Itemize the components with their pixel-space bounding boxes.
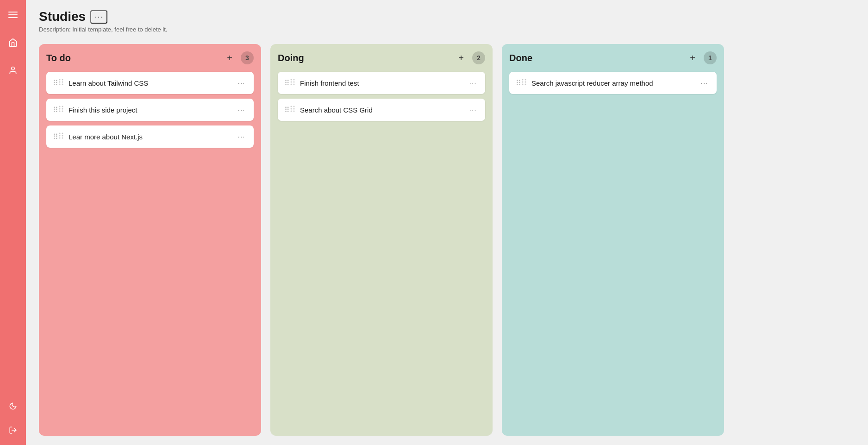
svg-point-5 (62, 81, 63, 83)
column-header-todo: To do+3 (46, 51, 254, 64)
column-title-done: Done (509, 53, 532, 63)
task-menu-button-t2[interactable]: ··· (236, 105, 247, 114)
home-icon[interactable] (6, 35, 20, 50)
count-badge-todo: 3 (241, 51, 254, 64)
svg-point-0 (12, 67, 15, 70)
page-menu-button[interactable]: ··· (90, 10, 107, 24)
count-badge-done: 1 (704, 51, 717, 64)
task-card-dn1: Search javascript reducer array method··… (509, 72, 717, 94)
page-header: Studies ··· (39, 9, 855, 24)
svg-point-25 (293, 84, 295, 85)
task-card-t3: Lear more about Next.js··· (46, 125, 254, 148)
task-card-d1: Finish frontend test··· (278, 72, 485, 94)
svg-point-32 (522, 79, 524, 81)
svg-point-9 (62, 106, 63, 107)
svg-point-26 (291, 106, 292, 107)
svg-point-7 (62, 84, 63, 85)
task-card-d2: Search about CSS Grid··· (278, 99, 485, 121)
svg-point-23 (293, 81, 295, 83)
svg-point-15 (62, 133, 63, 134)
task-text-dn1: Search javascript reducer array method (531, 79, 694, 87)
task-text-t3: Lear more about Next.js (69, 133, 231, 141)
column-header-right-todo: +3 (223, 51, 254, 64)
drag-handle-t3[interactable] (53, 132, 64, 141)
menu-icon[interactable] (6, 7, 20, 22)
column-title-doing: Doing (278, 53, 304, 63)
task-text-d1: Finish frontend test (300, 79, 463, 87)
column-header-right-doing: +2 (455, 51, 485, 64)
sidebar-bottom (6, 399, 20, 438)
sidebar (0, 0, 26, 445)
task-menu-button-d1[interactable]: ··· (468, 78, 479, 88)
svg-point-10 (59, 108, 61, 110)
svg-point-20 (291, 79, 292, 81)
svg-point-8 (59, 106, 61, 107)
svg-point-16 (59, 135, 61, 137)
main-content: Studies ··· Description: Initial templat… (26, 0, 868, 445)
column-header-done: Done+1 (509, 51, 717, 64)
column-done: Done+1 Search javascript reducer array m… (502, 44, 724, 436)
drag-handle-dn1[interactable] (516, 78, 527, 88)
task-menu-button-t1[interactable]: ··· (236, 78, 247, 88)
column-title-todo: To do (46, 53, 71, 63)
task-menu-button-d2[interactable]: ··· (468, 105, 479, 114)
drag-handle-t1[interactable] (53, 78, 64, 88)
page-title: Studies (39, 9, 86, 24)
task-text-t2: Finish this side project (69, 106, 231, 114)
column-header-right-done: +1 (686, 51, 717, 64)
svg-point-27 (293, 106, 295, 107)
moon-icon[interactable] (6, 399, 20, 414)
task-menu-button-t3[interactable]: ··· (236, 132, 247, 141)
task-text-d2: Search about CSS Grid (300, 106, 463, 114)
svg-point-34 (522, 81, 524, 83)
svg-point-18 (59, 138, 61, 139)
task-card-t1: Learn about Tailwind CSS··· (46, 72, 254, 94)
svg-point-29 (293, 108, 295, 110)
logout-icon[interactable] (6, 423, 20, 438)
svg-point-14 (59, 133, 61, 134)
page-description: Description: Initial template, feel free… (39, 26, 855, 33)
column-todo: To do+3 Learn about Tailwind CSS··· Fini… (39, 44, 261, 436)
svg-point-31 (293, 111, 295, 112)
svg-point-13 (62, 111, 63, 112)
svg-point-28 (291, 108, 292, 110)
svg-point-30 (291, 111, 292, 112)
svg-point-17 (62, 135, 63, 137)
add-task-button-done[interactable]: + (686, 51, 699, 64)
svg-point-19 (62, 138, 63, 139)
svg-point-22 (291, 81, 292, 83)
svg-point-2 (59, 79, 61, 81)
drag-handle-d1[interactable] (284, 78, 295, 88)
svg-point-24 (291, 84, 292, 85)
svg-point-3 (62, 79, 63, 81)
board: To do+3 Learn about Tailwind CSS··· Fini… (39, 44, 855, 436)
svg-point-37 (525, 84, 526, 85)
svg-point-33 (525, 79, 526, 81)
add-task-button-todo[interactable]: + (223, 51, 236, 64)
count-badge-doing: 2 (472, 51, 485, 64)
svg-point-12 (59, 111, 61, 112)
task-text-t1: Learn about Tailwind CSS (69, 79, 231, 87)
add-task-button-doing[interactable]: + (455, 51, 468, 64)
column-header-doing: Doing+2 (278, 51, 485, 64)
user-icon[interactable] (6, 63, 20, 78)
svg-point-35 (525, 81, 526, 83)
column-doing: Doing+2 Finish frontend test··· Search a… (270, 44, 493, 436)
svg-point-21 (293, 79, 295, 81)
drag-handle-d2[interactable] (284, 105, 295, 114)
task-card-t2: Finish this side project··· (46, 99, 254, 121)
svg-point-36 (522, 84, 524, 85)
svg-point-11 (62, 108, 63, 110)
task-menu-button-dn1[interactable]: ··· (699, 78, 710, 88)
svg-point-6 (59, 84, 61, 85)
drag-handle-t2[interactable] (53, 105, 64, 114)
svg-point-4 (59, 81, 61, 83)
